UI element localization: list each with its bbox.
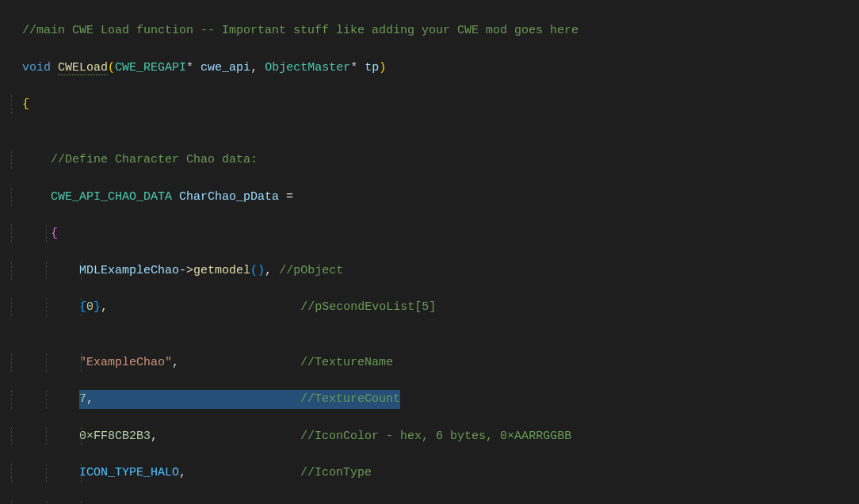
hex-number: 0×FF8CB2B3 xyxy=(79,430,151,443)
comment: //TextureCount xyxy=(300,392,400,406)
code-line: //Define Character Chao data: xyxy=(3,151,859,169)
paren-close: ) xyxy=(379,61,386,74)
paren-open: ( xyxy=(108,61,115,74)
string: "ExampleChao" xyxy=(79,356,172,369)
code-line: //main CWE Load function -- Important st… xyxy=(3,21,859,40)
brace-open: { xyxy=(51,227,58,240)
type: CWE_REGAPI xyxy=(115,61,186,74)
comment: //main CWE Load function -- Important st… xyxy=(22,24,578,37)
comma: , xyxy=(86,392,94,406)
comma: , xyxy=(179,466,186,479)
code-line: MDLExampleChao->getmodel(), //pObject xyxy=(3,262,859,280)
code-line: { xyxy=(3,224,859,242)
paren-close: ) xyxy=(258,264,265,277)
comma: , xyxy=(172,356,179,369)
selection-highlight: 7, xyxy=(79,390,300,408)
code-line: 0×FF8CB2B3, //IconColor - hex, 6 bytes, … xyxy=(3,427,859,445)
comment: //pObject xyxy=(279,264,343,277)
brace-open: { xyxy=(22,97,29,111)
comma: , xyxy=(250,61,258,74)
code-line: "ExampleChao", //TextureName xyxy=(3,353,859,372)
code-line: ICON_TYPE_HALO, //IconType xyxy=(3,464,859,482)
comment: //Define Character Chao data: xyxy=(51,153,258,166)
method: getmodel xyxy=(193,264,250,277)
identifier: MDLExampleChao xyxy=(79,264,179,277)
comma: , xyxy=(151,430,158,443)
type: ObjectMaster xyxy=(265,61,350,74)
param: cwe_api xyxy=(200,61,250,74)
star: * xyxy=(186,61,193,74)
code-line: { xyxy=(3,95,859,113)
star: * xyxy=(350,61,357,74)
brace-close: } xyxy=(94,300,101,314)
constant: ICON_TYPE_HALO xyxy=(79,466,179,479)
comma: , xyxy=(265,264,272,277)
variable: CharChao_pData xyxy=(179,190,279,204)
arrow: -> xyxy=(179,264,193,277)
equals: = xyxy=(279,190,293,204)
code-line: CWE_API_CHAO_DATA CharChao_pData = xyxy=(3,188,859,206)
code-line: {0}, //pSecondEvoList[5] xyxy=(3,298,859,316)
paren-open: ( xyxy=(250,264,258,277)
param: tp xyxy=(365,61,379,74)
comment: //TextureName xyxy=(300,356,393,369)
comma: , xyxy=(101,300,108,314)
comment: //IconColor - hex, 6 bytes, 0×AARRGGBB xyxy=(300,430,571,443)
keyword-void: void xyxy=(22,61,51,74)
comment: //pSecondEvoList[5] xyxy=(300,300,436,314)
number: 0 xyxy=(86,300,94,314)
code-line: NULL, //pIconData xyxy=(3,501,859,504)
code-editor[interactable]: //main CWE Load function -- Important st… xyxy=(0,3,859,504)
code-line-highlighted: 7, //TextureCount xyxy=(3,390,859,408)
type: CWE_API_CHAO_DATA xyxy=(51,190,172,204)
comment: //IconType xyxy=(300,466,372,479)
code-line: void CWELoad(CWE_REGAPI* cwe_api, Object… xyxy=(3,59,859,77)
function-name: CWELoad xyxy=(58,61,108,75)
